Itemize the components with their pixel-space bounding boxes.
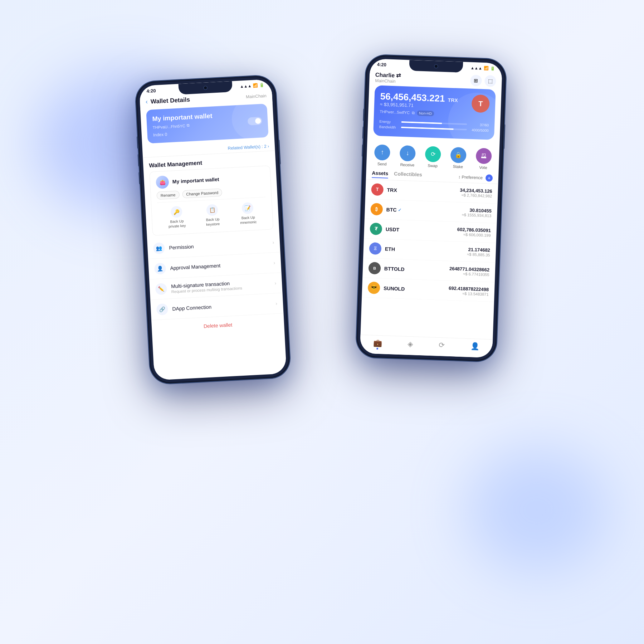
preference-button[interactable]: ↕ Preference [458, 174, 483, 180]
trx-logo: T [371, 183, 384, 196]
backup-mnemonic-label: Back Upmnemonic [240, 215, 257, 225]
usdt-name: USDT [386, 226, 457, 234]
balance-card: 56,456,453.221 TRX ≈ $3,951,951.71 THPwe… [373, 85, 496, 140]
bottom-nav: 💼 ◈ ⟳ 👤 [360, 335, 493, 358]
mgmt-wallet-row: 👛 My important wallet [156, 170, 265, 189]
asset-list: T TRX 34,234,453.126 ≈$ 2,760,842,982 ₿ … [362, 179, 498, 302]
receive-icon: ↓ [400, 145, 416, 161]
back-button[interactable]: ‹ [146, 98, 148, 106]
nav-profile[interactable]: 👤 [470, 342, 480, 353]
usdt-values: 602,786.035091 ≈$ 606,000.199 [457, 227, 491, 238]
right-signal-icon: ▲▲▲ [470, 65, 482, 70]
change-password-button[interactable]: Change Password [182, 189, 223, 199]
stake-icon: 🔒 [450, 147, 467, 163]
energy-bar-fill [401, 121, 442, 124]
usdt-logo: ₮ [370, 223, 382, 235]
left-time: 4:20 [146, 88, 156, 94]
energy-label: Energy [379, 119, 399, 124]
send-icon: ↑ [374, 144, 391, 161]
stake-button[interactable]: 🔒 Stake [450, 147, 467, 169]
backup-keystore[interactable]: 📋 Back Upkeystore [205, 204, 220, 227]
multisig-chevron: › [274, 280, 277, 286]
permission-chevron: › [272, 239, 274, 245]
page-title: Wallet Details [151, 96, 190, 105]
account-switch-icon[interactable]: ⇄ [396, 72, 401, 79]
wallet-toggle[interactable] [248, 117, 262, 125]
sunold-name: SUNOLD [384, 285, 449, 293]
eth-usd: ≈$ 85,885.35 [467, 252, 490, 257]
wifi-icon: 📶 [253, 83, 258, 88]
qr-button[interactable]: ⬚ [484, 75, 496, 87]
bttold-usd: ≈$ 6.77419355 [449, 271, 489, 277]
right-phone: 4:20 ▲▲▲ 📶 🔋 Charlie ⇄ MainChain ⊞ [356, 55, 506, 361]
left-phone-screen: 4:20 ▲▲▲ 📶 🔋 ‹ Wallet Details MainChain … [139, 79, 287, 380]
nav-assets-dot [376, 348, 378, 350]
trx-name-wrap: TRX [387, 187, 460, 195]
send-label: Send [377, 161, 387, 166]
sunold-name-wrap: SUNOLD [384, 285, 449, 293]
balance-address-row: THPwer...5wtfYC ⧉ Non-HD [380, 109, 458, 117]
key-icon: 🔑 [170, 206, 182, 218]
user-chain: MainChain [375, 78, 401, 84]
scan-button[interactable]: ⊞ [470, 75, 482, 87]
right-camera [434, 64, 438, 68]
copy-icon[interactable]: ⧉ [186, 123, 190, 128]
swap-label: Swap [428, 163, 438, 168]
sunold-usd: ≈$ 13.5483871 [448, 291, 488, 297]
eth-name: ETH [385, 246, 467, 254]
tab-assets[interactable]: Assets [372, 170, 389, 179]
keystore-icon: 📋 [206, 204, 218, 216]
btc-values: 30.810455 ≈$ 1555,934,813 [462, 207, 492, 218]
btc-verified: ✓ [398, 207, 401, 212]
vote-button[interactable]: 🗳 Vote [475, 148, 492, 170]
bttold-logo: B [368, 262, 381, 274]
trx-usd: ≈$ 2,760,842,982 [460, 193, 492, 198]
multisig-icon: ✏️ [155, 283, 167, 295]
receive-button[interactable]: ↓ Receive [399, 145, 416, 167]
bandwidth-value: 4000/5000 [469, 128, 489, 132]
rename-button[interactable]: Rename [156, 191, 180, 200]
dapp-label: DApp Connection [172, 301, 272, 312]
balance-top: 56,456,453.221 TRX ≈ $3,951,951.71 THPwe… [380, 91, 490, 122]
vote-label: Vote [479, 165, 487, 170]
header-actions: ⊞ ⬚ [470, 75, 496, 87]
right-time: 4:20 [377, 62, 387, 67]
right-battery-icon: 🔋 [490, 66, 495, 71]
bttold-name: BTTOLD [384, 265, 449, 273]
battery-icon: 🔋 [259, 83, 265, 88]
backup-keystore-label: Back Upkeystore [206, 217, 220, 227]
balance-amount-wrap: 56,456,453.221 TRX ≈ $3,951,951.71 THPwe… [380, 91, 458, 121]
left-header-left: ‹ Wallet Details [146, 96, 190, 106]
balance-copy-icon[interactable]: ⧉ [412, 111, 415, 115]
swap-button[interactable]: ⟳ Swap [425, 146, 441, 168]
right-status-icons: ▲▲▲ 📶 🔋 [470, 65, 495, 71]
add-asset-button[interactable]: + [486, 174, 493, 182]
bandwidth-bar-fill [401, 127, 454, 130]
backup-row: 🔑 Back Upprivate key 📋 Back Upkeystore 📝… [157, 200, 267, 231]
backup-private-key-label: Back Upprivate key [168, 219, 186, 229]
signal-icon: ▲▲▲ [240, 83, 252, 88]
btc-logo: ₿ [370, 203, 383, 215]
tab-collectibles[interactable]: Collectibles [394, 171, 422, 180]
backup-mnemonic[interactable]: 📝 Back Upmnemonic [239, 202, 257, 225]
stake-label: Stake [453, 164, 463, 169]
permission-icon: 👥 [153, 242, 165, 254]
left-phone: 4:20 ▲▲▲ 📶 🔋 ‹ Wallet Details MainChain … [135, 75, 291, 384]
bttold-values: 2648771.04328662 ≈$ 6.77419355 [449, 266, 489, 277]
send-button[interactable]: ↑ Send [374, 144, 390, 166]
dapp-chevron: › [275, 301, 278, 306]
eth-values: 21.174682 ≈$ 85,885.35 [467, 247, 490, 257]
wallet-card: My important wallet THPvaU...Fhn5YC ⧉ In… [146, 104, 268, 144]
bandwidth-label: Bandwidth [379, 125, 399, 129]
nav-history[interactable]: ⟳ [439, 341, 445, 352]
left-status-icons: ▲▲▲ 📶 🔋 [240, 83, 264, 89]
eth-name-wrap: ETH [385, 246, 467, 254]
management-card: 👛 My important wallet Rename Change Pass… [149, 165, 273, 235]
backup-private-key[interactable]: 🔑 Back Upprivate key [167, 206, 186, 229]
asset-row-sunold[interactable]: 😎 SUNOLD 692.418878222498 ≈$ 13.5483871 [362, 278, 495, 302]
nav-assets[interactable]: 💼 [373, 338, 382, 350]
dapp-icon: 🔗 [156, 303, 169, 316]
tab-actions: ↕ Preference + [458, 173, 493, 181]
nav-discover[interactable]: ◈ [408, 340, 413, 351]
energy-bar-bg [401, 121, 467, 125]
